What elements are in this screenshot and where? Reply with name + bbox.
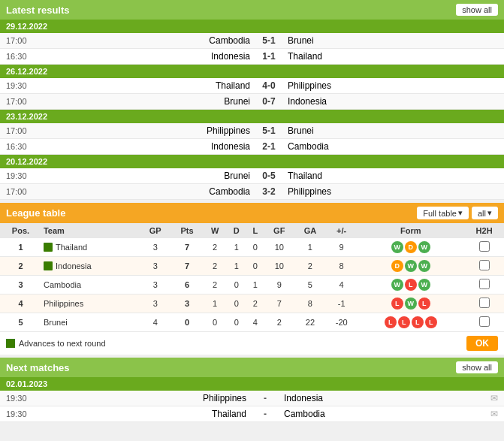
col-header-+-: +/- (326, 223, 357, 238)
h2h-cell (464, 257, 504, 276)
d-cell: 1 (227, 238, 246, 257)
table-body: 1 Thailand 3 7 2 1 0 10 1 9 WDW 2 Indone… (0, 238, 504, 332)
form-cell: LWL (357, 295, 464, 313)
match-score: - (246, 393, 284, 403)
team-away: Thailand (288, 171, 378, 181)
pos-cell: 5 (0, 313, 41, 332)
league-table-header: League table Full table ▾ all ▾ (0, 203, 504, 223)
table-row: 16:30 Indonesia 1-1 Thailand (0, 49, 504, 65)
diff-cell: 4 (326, 276, 357, 295)
pos-cell: 3 (0, 276, 41, 295)
match-teams: Thailand - Cambodia (40, 409, 490, 419)
league-table-section: League table Full table ▾ all ▾ Pos.Team… (0, 203, 504, 355)
form-badge: L (405, 279, 417, 291)
gf-cell: 10 (264, 238, 294, 257)
table-row: 19:30 Brunei 0-5 Thailand (0, 168, 504, 184)
team-home: Brunei (160, 171, 250, 181)
gp-cell: 3 (140, 257, 171, 276)
team-name: Philippines (44, 299, 83, 308)
match-time: 17:00 (6, 97, 40, 106)
match-time: 16:30 (6, 52, 40, 61)
h2h-cell (464, 276, 504, 295)
ga-cell: 2 (294, 257, 326, 276)
ga-cell: 5 (294, 276, 326, 295)
league-table: Pos.TeamGPPtsWDLGFGA+/-FormH2H 1 Thailan… (0, 223, 504, 332)
form-badge: W (405, 298, 417, 310)
team-away: Philippines (288, 186, 378, 197)
h2h-checkbox[interactable] (479, 241, 490, 252)
team-home: Cambodia (160, 186, 250, 197)
diff-cell: -1 (326, 295, 357, 313)
w-cell: 2 (204, 257, 227, 276)
diff-cell: 9 (326, 238, 357, 257)
match-score: 3-2 (250, 186, 288, 197)
form-badge: W (418, 279, 430, 291)
pts-cell: 7 (171, 238, 203, 257)
ga-cell: 22 (294, 313, 326, 332)
team-away: Thailand (288, 51, 378, 62)
h2h-checkbox[interactable] (479, 260, 490, 270)
d-cell: 0 (227, 276, 246, 295)
team-flag (44, 261, 53, 270)
h2h-checkbox[interactable] (479, 316, 490, 327)
team-home: Indonesia (160, 51, 250, 62)
table-row: 3 Cambodia 3 6 2 0 1 9 5 4 WLW (0, 276, 504, 295)
all-btn[interactable]: all ▾ (472, 207, 498, 219)
table-row: 5 Brunei 4 0 0 0 4 2 22 -20 LLLL (0, 313, 504, 332)
latest-results-show-all[interactable]: show all (456, 4, 498, 16)
next-matches-body: 02.01.2023 19:30 Philippines - Indonesia… (0, 377, 504, 422)
pos-cell: 4 (0, 295, 41, 313)
date-row: 26.12.2022 (0, 65, 504, 78)
form-badge: W (418, 260, 430, 272)
match-time: 17:00 (6, 126, 40, 135)
gf-cell: 9 (264, 276, 294, 295)
match-teams: Thailand 4-0 Philippines (40, 80, 498, 91)
form-cell: LLLL (357, 313, 464, 332)
form-badge: W (391, 241, 403, 253)
table-row: 1 Thailand 3 7 2 1 0 10 1 9 WDW (0, 238, 504, 257)
form-cell: WLW (357, 276, 464, 295)
next-matches-section: Next matches show all 02.01.2023 19:30 P… (0, 358, 504, 422)
match-score: 0-7 (250, 96, 288, 107)
team-cell: Cambodia (41, 276, 140, 295)
match-teams: Indonesia 2-1 Cambodia (40, 141, 498, 152)
col-header-team: Team (41, 223, 140, 238)
match-teams: Indonesia 1-1 Thailand (40, 51, 498, 62)
full-table-btn[interactable]: Full table ▾ (417, 207, 469, 219)
match-score: 2-1 (250, 141, 288, 152)
next-matches-show-all[interactable]: show all (456, 361, 498, 373)
col-header-l: L (246, 223, 264, 238)
h2h-cell (464, 295, 504, 313)
form-cell: DWW (357, 257, 464, 276)
d-cell: 0 (227, 313, 246, 332)
h2h-checkbox[interactable] (479, 279, 490, 289)
match-score: 0-5 (250, 171, 288, 181)
match-time: 19:30 (6, 81, 40, 90)
l-cell: 4 (246, 313, 264, 332)
notify-icon[interactable]: ✉ (490, 409, 498, 419)
table-row: 19:30 Thailand 4-0 Philippines (0, 78, 504, 94)
table-row: 19:30 Thailand - Cambodia ✉ (0, 406, 504, 422)
match-score: 5-1 (250, 125, 288, 136)
table-row: 17:00 Cambodia 5-1 Brunei (0, 33, 504, 49)
notify-icon[interactable]: ✉ (490, 393, 498, 403)
match-time: 16:30 (6, 142, 40, 151)
h2h-checkbox[interactable] (479, 298, 490, 308)
form-cell: WDW (357, 238, 464, 257)
ok-button[interactable]: OK (466, 336, 498, 351)
table-row: 4 Philippines 3 3 1 0 2 7 8 -1 LWL (0, 295, 504, 313)
col-header-w: W (204, 223, 227, 238)
team-cell: Indonesia (41, 257, 140, 276)
advances-text: Advances to next round (19, 339, 106, 348)
advances-left: Advances to next round (6, 339, 106, 348)
league-table-title: League table (6, 207, 65, 219)
all-label: all (478, 209, 486, 218)
chevron-down-icon: ▾ (458, 208, 463, 218)
form-badge: L (391, 298, 403, 310)
match-teams: Philippines - Indonesia (40, 393, 490, 403)
team-home: Thailand (160, 80, 250, 91)
gf-cell: 10 (264, 257, 294, 276)
match-time: 19:30 (6, 409, 40, 418)
form-badge: L (398, 316, 410, 328)
date-row: 23.12.2022 (0, 110, 504, 123)
